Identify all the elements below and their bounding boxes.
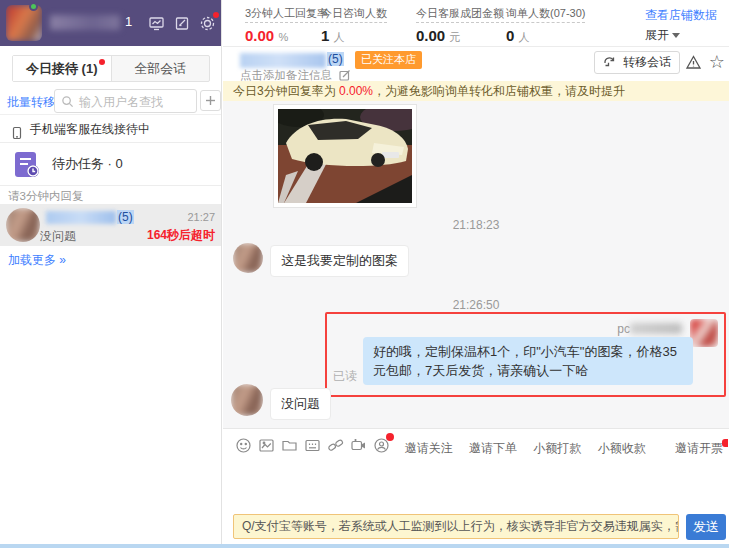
message-list: 21:18:23 这是我要定制的图案 21:26:50 pc 好的哦，定制保温杯…	[223, 101, 729, 428]
todo-tasks-row[interactable]: 待办任务 · 0	[0, 142, 221, 186]
reply-deadline-section-label: 请3分钟内回复	[8, 189, 83, 204]
chat-list-item[interactable]: (5) 21:27 没问题 164秒后超时	[0, 204, 221, 246]
buyer-avatar	[6, 208, 40, 242]
highlighted-seller-message: pc 好的哦，定制保温杯1个，印"小汽车"的图案，价格35元包邮，7天后发货，请…	[325, 312, 726, 397]
invite-invoice-link[interactable]: 邀请开票	[662, 441, 723, 455]
stats-bar: 3分钟人工回复率 0.00 % 今日咨询人数 1 人 今日客服成团金额 0.00…	[223, 0, 729, 47]
seller-message-bubble: 好的哦，定制保温杯1个，印"小汽车"的图案，价格35元包邮，7天后发货，请亲确认…	[363, 337, 693, 385]
tab-today-reception[interactable]: 今日接待 (1)	[13, 56, 112, 81]
load-more-link[interactable]: 加载更多 »	[8, 252, 66, 269]
compliance-warning: Q/支付宝等账号，若系统或人工监测到以上行为，核实诱导非官方交易违规属实，需缴纳…	[233, 514, 679, 539]
warning-icon[interactable]	[685, 54, 702, 71]
edit-note-icon	[339, 69, 351, 81]
avatar-blur	[6, 5, 42, 41]
chat-header: (5) 已关注本店 点击添加备注信息 转移会话 ☆	[223, 47, 729, 81]
stat-reply-rate: 3分钟人工回复率 0.00 %	[245, 6, 328, 44]
online-status-dot	[29, 2, 38, 11]
account-name-blurred	[50, 15, 120, 30]
window-bottom-edge	[0, 544, 729, 548]
account-name-suffix: 1	[125, 14, 132, 29]
buyer-message-bubble: 这是我要定制的图案	[270, 245, 409, 277]
account-avatar[interactable]	[6, 5, 42, 41]
followed-shop-badge: 已关注本店	[355, 51, 422, 69]
tab-unread-dot	[99, 59, 105, 65]
expand-toggle[interactable]: 展开	[645, 27, 680, 44]
chat-item-time: 21:27	[187, 211, 215, 223]
search-icon	[61, 95, 74, 108]
invite-order-link[interactable]: 邀请下单	[469, 441, 517, 455]
star-favorite-icon[interactable]: ☆	[709, 51, 725, 73]
chat-item-preview: 没问题	[40, 228, 76, 245]
seller-name: pc	[617, 322, 682, 336]
customer-name-blurred	[240, 53, 326, 68]
reply-rate-notice: 今日3分钟回复率为 0.00%，为避免影响询单转化和店铺权重，请及时提升	[223, 81, 729, 101]
session-tabs: 今日接待 (1) 全部会话	[12, 55, 210, 82]
sidebar: 1 今日接待 (1) 全部会话 批量转移 输入用户名查找 手	[0, 0, 222, 544]
stat-visitors: 今日咨询人数 1 人	[321, 6, 387, 45]
workbench-monitor-icon[interactable]	[148, 15, 165, 32]
buyer-name-suffix: (5)	[117, 210, 134, 224]
invoice-notification-dot	[722, 439, 728, 447]
buyer-avatar	[233, 243, 263, 273]
image-icon[interactable]	[258, 437, 275, 454]
customer-name-suffix: (5)	[327, 52, 344, 66]
small-payment-in-link[interactable]: 小额收款	[598, 441, 646, 455]
small-payment-out-link[interactable]: 小额打款	[533, 441, 581, 455]
transfer-icon	[603, 54, 616, 67]
chevron-down-icon	[672, 33, 680, 38]
todo-tasks-icon	[12, 150, 42, 180]
notice-rate-value: 0.00%	[339, 84, 373, 98]
emoji-icon[interactable]	[235, 437, 252, 454]
buyer-image-message[interactable]	[273, 104, 417, 208]
service-assistant-icon[interactable]	[373, 437, 390, 454]
transfer-session-button[interactable]: 转移会话	[594, 51, 680, 74]
view-shop-data-link[interactable]: 查看店铺数据	[645, 7, 717, 24]
stat-inquiry-count: 询单人数(07-30) 0 人	[506, 6, 585, 45]
phone-icon	[10, 122, 24, 136]
composer: 邀请关注 邀请下单 小额打款 小额收款 邀请开票 Q/支付宝等账号，若系统或人工…	[223, 428, 729, 544]
buyer-avatar	[231, 384, 263, 416]
phone-service-status: 手机端客服在线接待中	[0, 114, 221, 142]
buyer-message-bubble: 没问题	[270, 388, 331, 420]
timestamp: 21:18:23	[223, 218, 729, 232]
video-call-icon[interactable]	[350, 437, 367, 454]
main-panel: 3分钟人工回复率 0.00 % 今日咨询人数 1 人 今日客服成团金额 0.00…	[223, 0, 729, 544]
coupon-icon[interactable]	[304, 437, 321, 454]
add-session-button[interactable]	[200, 90, 221, 111]
tab-all-sessions[interactable]: 全部会话	[112, 56, 210, 81]
gear-icon[interactable]	[199, 15, 216, 32]
chat-item-timeout: 164秒后超时	[147, 227, 215, 244]
batch-transfer-link[interactable]: 批量转移	[7, 94, 55, 111]
stat-deal-amount: 今日客服成团金额 0.00 元	[416, 6, 504, 45]
search-placeholder: 输入用户名查找	[79, 94, 163, 111]
read-status: 已读	[333, 368, 357, 385]
folder-icon[interactable]	[281, 437, 298, 454]
car-photo	[278, 109, 412, 203]
phone-status-text: 手机端客服在线接待中	[30, 115, 150, 143]
app-window: 1 今日接待 (1) 全部会话 批量转移 输入用户名查找 手	[0, 0, 729, 548]
invite-follow-link[interactable]: 邀请关注	[405, 441, 453, 455]
account-header: 1	[0, 0, 221, 46]
user-search-input[interactable]: 输入用户名查找	[54, 89, 197, 113]
timestamp: 21:26:50	[223, 298, 729, 312]
seller-avatar	[690, 319, 718, 347]
link-icon[interactable]	[327, 437, 344, 454]
gear-notification-dot	[213, 12, 219, 18]
seller-name-blurred	[630, 323, 682, 334]
todo-tasks-label: 待办任务 · 0	[52, 143, 123, 185]
invite-actions: 邀请关注 邀请下单 小额打款 小额收款 邀请开票	[392, 440, 723, 457]
send-button[interactable]: 发送	[686, 514, 726, 540]
buyer-name-blurred	[46, 211, 116, 224]
note-edit-icon[interactable]	[174, 15, 191, 32]
